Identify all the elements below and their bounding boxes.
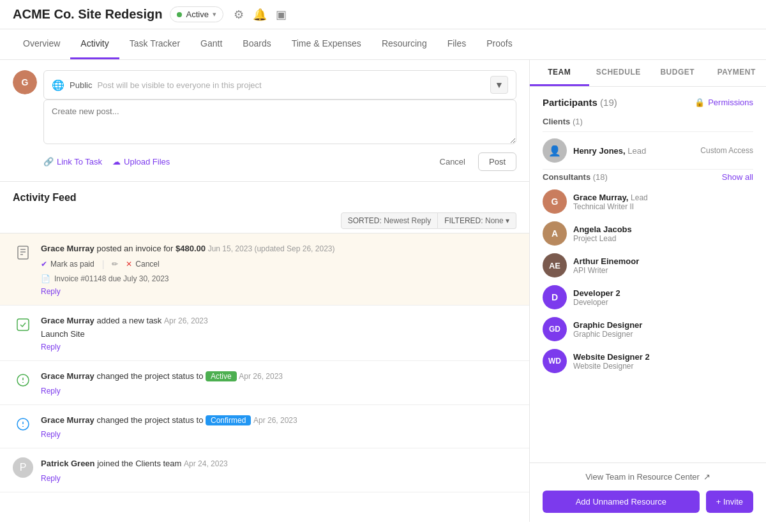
add-unnamed-resource-button[interactable]: Add Unnamed Resource (543, 491, 700, 513)
external-link-icon: ↗ (703, 472, 710, 482)
show-all-link[interactable]: Show all (722, 172, 753, 182)
bell-icon[interactable]: 🔔 (253, 8, 267, 22)
feed-item-status-confirmed-text: Grace Murray changed the project status … (41, 414, 516, 427)
name-wd: Website Designer 2 (573, 352, 753, 362)
tab-payment[interactable]: PAYMENT (707, 60, 767, 86)
post-right-actions: Cancel Post (432, 152, 516, 171)
mark-as-paid-button[interactable]: ✔ Mark as paid (41, 260, 94, 269)
post-button[interactable]: Post (478, 152, 516, 171)
nav: Overview Activity Task Tracker Gantt Boa… (0, 29, 766, 60)
link-icon: 🔗 (43, 157, 54, 166)
feed-author: Grace Murray (41, 244, 94, 253)
left-panel: G 🌐 Public Post will be visible to every… (0, 60, 530, 522)
role-wd: Website Designer (573, 362, 753, 371)
cancel-button[interactable]: Cancel (432, 152, 473, 171)
post-box: G 🌐 Public Post will be visible to every… (0, 60, 529, 182)
filter-chevron-icon: ▾ (506, 216, 509, 225)
activity-feed-header: Activity Feed (0, 182, 529, 209)
feed-item-task-content: Grace Murray added a new task Apr 26, 20… (41, 314, 516, 352)
post-textarea[interactable] (43, 100, 516, 144)
feed-item-invoice-text: Grace Murray posted an invoice for $480.… (41, 242, 516, 255)
feed-item-invoice-content: Grace Murray posted an invoice for $480.… (41, 242, 516, 296)
permissions-link[interactable]: 🔒 Permissions (695, 98, 753, 107)
tab-schedule[interactable]: SCHEDULE (589, 60, 649, 86)
post-inline-placeholder: Post will be visible to everyone in this… (97, 80, 485, 90)
nav-files[interactable]: Files (437, 29, 477, 59)
status-dot (177, 12, 182, 17)
nav-time-expenses[interactable]: Time & Expenses (282, 29, 372, 59)
participants-header: Participants (19) 🔒 Permissions (543, 97, 753, 108)
edit-icon: ✏ (112, 260, 118, 269)
status-badge[interactable]: Active ▾ (170, 6, 223, 22)
feed-author-status-confirmed: Grace Murray (41, 415, 94, 425)
edit-invoice-button[interactable]: ✏ (112, 260, 118, 269)
sort-value: Newest Reply (384, 216, 431, 225)
consultant-dev2: D Developer 2 Developer (543, 285, 753, 309)
avatar-gd: GD (543, 317, 567, 341)
feed-action-confirmed: changed the project status to (96, 415, 206, 425)
nav-proofs[interactable]: Proofs (476, 29, 522, 59)
info-angela: Angela Jacobs Project Lead (573, 225, 753, 243)
filter-label: FILTERED: (444, 216, 485, 225)
status-active-badge: Active (206, 371, 237, 381)
nav-activity[interactable]: Activity (70, 29, 119, 59)
info-dev2: Developer 2 Developer (573, 288, 753, 307)
upload-files-button[interactable]: ☁ Upload Files (112, 157, 170, 166)
invite-button[interactable]: + Invite (706, 491, 753, 513)
role-dev2: Developer (573, 298, 753, 307)
name-arthur: Arthur Einemoor (573, 256, 753, 266)
nav-overview[interactable]: Overview (13, 29, 70, 59)
consultants-section-label: Consultants (18) (543, 172, 608, 182)
status-active-icon (13, 370, 33, 390)
avatar-grace: G (543, 189, 567, 214)
reply-button-confirmed[interactable]: Reply (41, 430, 61, 439)
svg-rect-0 (18, 246, 28, 259)
cancel-invoice-button[interactable]: ✕ Cancel (126, 260, 159, 269)
sidebar-icon[interactable]: ▣ (276, 8, 287, 22)
settings-icon[interactable]: ⚙ (234, 8, 244, 22)
reply-button-task[interactable]: Reply (41, 343, 61, 351)
client-name-henry: Henry Jones, Lead (573, 146, 694, 156)
post-visibility-row[interactable]: 🌐 Public Post will be visible to everyon… (43, 70, 516, 100)
sort-control[interactable]: SORTED: Newest Reply (341, 212, 439, 229)
sort-filter-bar: SORTED: Newest Reply FILTERED: None ▾ (0, 209, 529, 233)
view-team-link[interactable]: View Team in Resource Center ↗ (543, 472, 753, 482)
nav-gantt[interactable]: Gantt (190, 29, 232, 59)
feed-item-status-active: Grace Murray changed the project status … (0, 361, 529, 405)
nav-resourcing[interactable]: Resourcing (372, 29, 437, 59)
chevron-down-icon: ▾ (213, 10, 216, 18)
filter-value: None (485, 216, 504, 225)
feed-item-status-active-content: Grace Murray changed the project status … (41, 370, 516, 395)
tab-budget[interactable]: BUDGET (648, 60, 707, 86)
status-label: Active (186, 10, 208, 19)
team-tabs: TEAM SCHEDULE BUDGET PAYMENT (530, 60, 766, 87)
filter-control[interactable]: FILTERED: None ▾ (438, 212, 516, 229)
globe-icon: 🌐 (52, 79, 64, 91)
consultant-angela: A Angela Jacobs Project Lead (543, 221, 753, 246)
reply-button-patrick[interactable]: Reply (41, 474, 61, 483)
client-info-henry: Henry Jones, Lead (573, 146, 694, 156)
reply-button-invoice[interactable]: Reply (41, 287, 61, 296)
filter-toggle[interactable]: ▼ (490, 76, 508, 94)
consultant-wd: WD Website Designer 2 Website Designer (543, 349, 753, 373)
role-grace: Technical Writer II (573, 202, 753, 211)
svg-rect-4 (17, 319, 29, 330)
nav-task-tracker[interactable]: Task Tracker (119, 29, 190, 59)
link-to-task-button[interactable]: 🔗 Link To Task (43, 157, 102, 166)
right-panel: TEAM SCHEDULE BUDGET PAYMENT Participant… (530, 60, 766, 522)
sort-label: SORTED: (348, 216, 384, 225)
consultant-arthur: AE Arthur Einemoor API Writer (543, 253, 753, 277)
header: ACME Co. Site Redesign Active ▾ ⚙ 🔔 ▣ (0, 0, 766, 29)
status-confirmed-badge: Confirmed (206, 415, 251, 425)
reply-button-status-active[interactable]: Reply (41, 387, 61, 395)
feed-action-task: added a new task (96, 316, 164, 325)
feed-item-invoice: Grace Murray posted an invoice for $480.… (0, 233, 529, 306)
invoice-doc-icon: 📄 (41, 274, 50, 283)
info-grace: Grace Murray, Lead Technical Writer II (573, 193, 753, 211)
feed-timestamp-task: Apr 26, 2023 (164, 316, 208, 325)
name-gd: Graphic Designer (573, 320, 753, 330)
header-icons: ⚙ 🔔 ▣ (234, 8, 287, 22)
nav-boards[interactable]: Boards (232, 29, 281, 59)
tab-team[interactable]: TEAM (530, 60, 589, 86)
feed-item-task-text: Grace Murray added a new task Apr 26, 20… (41, 314, 516, 327)
